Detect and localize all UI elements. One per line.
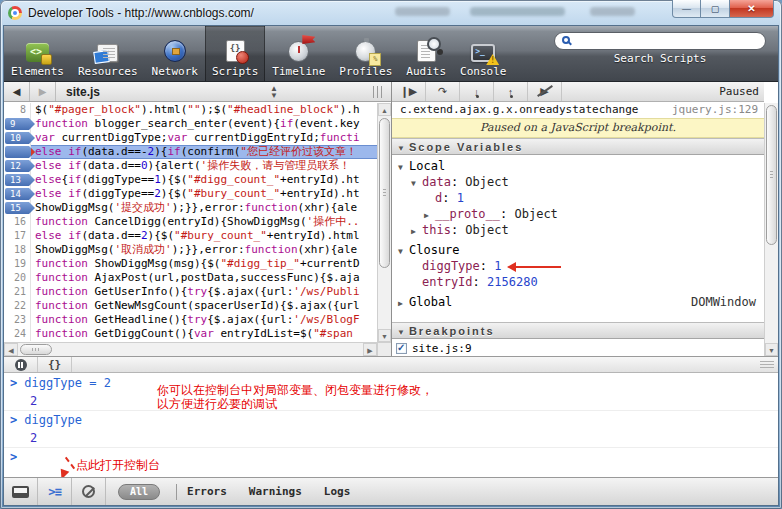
scope-row[interactable]: diggType: 1: [392, 258, 764, 274]
code-text[interactable]: function ShowDiggMsg(msg){$("#digg_tip_"…: [31, 257, 377, 271]
show-console-button[interactable]: >≡: [38, 478, 72, 505]
line-gutter[interactable]: 8: [4, 103, 31, 117]
console-input[interactable]: >diggType: [4, 410, 778, 429]
code-text[interactable]: function AjaxPost(url,postData,successFu…: [31, 271, 377, 285]
splitter-grip-icon[interactable]: [373, 86, 385, 98]
scope-row[interactable]: ▶this: Object: [392, 222, 764, 238]
breakpoint-marker[interactable]: 12: [5, 160, 35, 172]
line-gutter[interactable]: 9: [4, 117, 31, 131]
line-gutter[interactable]: 19: [4, 257, 31, 271]
pretty-print-button[interactable]: {}: [38, 357, 72, 372]
tab-elements[interactable]: Elements: [4, 26, 71, 81]
step-over-icon[interactable]: ↷: [426, 82, 460, 101]
line-gutter[interactable]: 10: [4, 131, 31, 145]
line-gutter[interactable]: 13: [4, 173, 31, 187]
scroll-down-icon[interactable]: ▼: [765, 343, 778, 356]
code-text[interactable]: function blogger_search_enter(event){if(…: [31, 117, 377, 131]
code-text[interactable]: function GetUserInfo(){try{$.ajax({url:'…: [31, 285, 377, 299]
code-text[interactable]: else if(data.d==-2){if(confirm("您已经评价过该文…: [31, 145, 377, 159]
scope-variables-header[interactable]: Scope Variables: [392, 138, 764, 155]
title-bar[interactable]: Developer Tools - http://www.cnblogs.com…: [0, 0, 782, 26]
scope-row[interactable]: ▼Local: [392, 158, 764, 174]
tab-console[interactable]: Console: [453, 26, 513, 81]
scroll-left-icon[interactable]: ◀: [4, 343, 18, 356]
code-horizontal-scrollbar[interactable]: ◀ ▶: [4, 342, 377, 356]
code-text[interactable]: var currentDiggType;var currentDiggEntry…: [31, 131, 377, 145]
breakpoint-checkbox[interactable]: [396, 343, 407, 354]
breakpoint-marker[interactable]: 9: [5, 118, 35, 130]
close-button[interactable]: ✕: [729, 0, 774, 18]
dock-side-button[interactable]: [4, 478, 38, 505]
tab-scripts[interactable]: Scripts: [205, 26, 265, 81]
step-out-icon[interactable]: ↑: [494, 82, 528, 101]
line-gutter[interactable]: 20: [4, 271, 31, 285]
scope-row[interactable]: ▶__proto__: Object: [392, 206, 764, 222]
resize-grip-icon[interactable]: [760, 361, 774, 370]
line-gutter[interactable]: 21: [4, 285, 31, 299]
scope-row[interactable]: d: 1: [392, 190, 764, 206]
scope-row[interactable]: ▶GlobalDOMWindow: [392, 294, 764, 310]
breakpoint-marker[interactable]: 15: [5, 202, 35, 214]
breakpoint-marker[interactable]: 13: [5, 174, 35, 186]
code-text[interactable]: function CancelDigg(entryId){ShowDiggMsg…: [31, 215, 377, 229]
code-text[interactable]: else if(data.d==0){alert('操作失败，请与管理员联系！: [31, 159, 377, 173]
console-result[interactable]: 2: [4, 429, 778, 447]
code-text[interactable]: else if(diggType==2){$("#bury_count_"+en…: [31, 187, 377, 201]
code-text[interactable]: function GetDiggCount(){var entryIdList=…: [31, 327, 377, 341]
search-input[interactable]: [579, 34, 757, 48]
code-editor[interactable]: 8$("#pager_block").html("");$("#headline…: [4, 103, 377, 342]
line-gutter[interactable]: 16: [4, 215, 31, 229]
minimize-button[interactable]: —: [672, 0, 701, 18]
scroll-up-icon[interactable]: ▲: [378, 103, 391, 116]
file-tab[interactable]: site.js: [56, 85, 110, 99]
filter-all[interactable]: All: [118, 484, 160, 500]
tab-network[interactable]: Network: [145, 26, 205, 81]
tab-profiles[interactable]: Profiles: [332, 26, 399, 81]
breakpoint-item[interactable]: site.js:9: [392, 340, 764, 356]
breakpoints-header[interactable]: Breakpoints: [392, 322, 764, 339]
breakpoint-marker[interactable]: 10: [5, 132, 35, 144]
filter-errors[interactable]: Errors: [187, 485, 227, 498]
scrollbar-thumb[interactable]: [766, 105, 777, 245]
deactivate-breakpoints-icon[interactable]: ▶: [528, 82, 562, 101]
line-gutter[interactable]: 23: [4, 313, 31, 327]
line-gutter[interactable]: 17: [4, 229, 31, 243]
execution-marker[interactable]: [5, 146, 35, 158]
disclosure-right-icon[interactable]: ▶: [398, 296, 409, 312]
scrollbar-thumb[interactable]: [379, 118, 390, 268]
tab-timeline[interactable]: Timeline: [265, 26, 332, 81]
pause-on-exceptions-button[interactable]: [4, 357, 38, 372]
breakpoint-marker[interactable]: 14: [5, 188, 35, 200]
line-gutter[interactable]: 22: [4, 299, 31, 313]
filter-warnings[interactable]: Warnings: [249, 485, 302, 498]
back-icon[interactable]: ◀: [4, 82, 30, 101]
scope-row[interactable]: ▼data: Object: [392, 174, 764, 190]
line-gutter[interactable]: 12: [4, 159, 31, 173]
file-selector-icon[interactable]: ▲▼: [270, 85, 278, 99]
line-gutter[interactable]: 24: [4, 327, 31, 341]
forward-icon[interactable]: ▶: [30, 82, 56, 101]
clear-console-button[interactable]: [72, 478, 106, 505]
code-text[interactable]: function GetNewMsgCount(spacerUserId){$.…: [31, 299, 377, 313]
code-text[interactable]: ShowDiggMsg('提交成功');}},error:function(xh…: [31, 201, 377, 215]
filter-logs[interactable]: Logs: [324, 485, 351, 498]
scope-row[interactable]: ▼Closure: [392, 242, 764, 258]
tab-resources[interactable]: Resources: [71, 26, 145, 81]
scroll-down-icon[interactable]: ▼: [378, 329, 391, 342]
line-gutter[interactable]: 18: [4, 243, 31, 257]
frame-location[interactable]: jquery.js:129: [672, 102, 758, 118]
scope-row[interactable]: entryId: 2156280: [392, 274, 764, 290]
scroll-right-icon[interactable]: ▶: [363, 343, 377, 356]
code-text[interactable]: else if(data.d==2){$("#bury_count_"+entr…: [31, 229, 377, 243]
code-vertical-scrollbar[interactable]: ▲ ▼: [377, 103, 391, 342]
step-into-icon[interactable]: ↓: [460, 82, 494, 101]
code-text[interactable]: function GetHeadline(){try{$.ajax({url:'…: [31, 313, 377, 327]
tab-audits[interactable]: Audits: [399, 26, 453, 81]
scrollbar-thumb[interactable]: [20, 344, 52, 355]
code-text[interactable]: $("#pager_block").html("");$("#headline_…: [31, 103, 377, 117]
line-gutter[interactable]: [4, 145, 31, 159]
resume-icon[interactable]: ❙▶: [392, 82, 426, 101]
code-text[interactable]: ShowDiggMsg('取消成功');}},error:function(xh…: [31, 243, 377, 257]
line-gutter[interactable]: 15: [4, 201, 31, 215]
call-stack-frame[interactable]: c.extend.ajax.g.x.onreadystatechange jqu…: [392, 102, 764, 118]
